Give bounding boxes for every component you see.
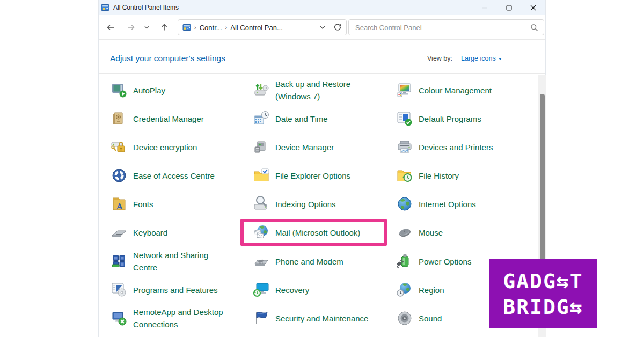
item-label: Internet Options — [419, 198, 476, 210]
item-label: Recovery — [275, 284, 309, 296]
control-panel-item-mail[interactable]: Mail (Microsoft Outlook) — [253, 224, 360, 241]
keyboard-icon — [111, 224, 128, 241]
autoplay-icon — [111, 82, 128, 99]
control-panel-item-keyboard[interactable]: Keyboard — [111, 224, 167, 241]
file-history-icon — [396, 167, 413, 184]
logo-line-2: BRIDG⇆ — [503, 294, 583, 320]
devices-printers-icon — [396, 138, 413, 156]
item-label: Default Programs — [419, 113, 481, 125]
credential-manager-icon — [111, 110, 128, 127]
item-label: Fonts — [133, 198, 153, 210]
security-maintenance-icon — [253, 310, 270, 327]
device-encryption-icon — [111, 138, 128, 156]
remoteapp-icon — [111, 310, 128, 327]
control-panel-item-recovery[interactable]: Recovery — [253, 281, 309, 298]
item-label: Programs and Features — [133, 284, 218, 296]
logo-line-1: GADG⇆T — [503, 268, 583, 294]
control-panel-item-date-time[interactable]: Date and Time — [253, 110, 328, 127]
item-label: Ease of Access Centre — [133, 170, 215, 182]
item-label: Devices and Printers — [419, 141, 493, 153]
colour-management-icon — [396, 82, 413, 99]
item-label: Back up and Restore (Windows 7) — [275, 78, 385, 102]
fonts-icon: A — [111, 195, 128, 213]
gadget-bridge-logo: GADG⇆T BRIDG⇆ — [489, 259, 597, 328]
device-manager-icon — [253, 138, 270, 156]
control-panel-item-power-options[interactable]: Power Options — [396, 253, 471, 270]
programs-features-icon — [111, 281, 128, 298]
control-panel-item-region[interactable]: Region — [396, 281, 444, 298]
control-panel-item-default-programs[interactable]: Default Programs — [396, 110, 481, 127]
control-panel-item-sound[interactable]: Sound — [396, 310, 442, 327]
svg-text:A: A — [116, 202, 123, 211]
ease-of-access-icon — [111, 167, 128, 184]
item-label: RemoteApp and Desktop Connections — [133, 306, 227, 331]
backup-restore-icon — [253, 82, 270, 99]
control-panel-item-backup-restore[interactable]: Back up and Restore (Windows 7) — [253, 78, 385, 102]
power-options-icon — [396, 253, 413, 270]
control-panel-item-indexing-options[interactable]: Indexing Options — [253, 195, 336, 213]
item-label: Sound — [419, 312, 442, 325]
item-label: Network and Sharing Centre — [133, 249, 227, 274]
recovery-icon — [253, 281, 270, 298]
item-label: Security and Maintenance — [275, 312, 368, 325]
control-panel-items-grid: AutoPlayBack up and Restore (Windows 7)C… — [99, 0, 545, 337]
date-time-icon — [253, 110, 270, 127]
item-label: Device Manager — [275, 141, 334, 153]
region-icon — [396, 281, 413, 298]
mail-icon — [253, 224, 270, 241]
item-label: Device encryption — [133, 141, 197, 153]
item-label: Mouse — [419, 226, 443, 239]
control-panel-item-remoteapp[interactable]: RemoteApp and Desktop Connections — [111, 306, 227, 331]
control-panel-item-mouse[interactable]: Mouse — [396, 224, 443, 241]
item-label: Phone and Modem — [275, 255, 343, 268]
item-label: Date and Time — [275, 113, 328, 125]
item-label: Power Options — [419, 255, 471, 268]
mouse-icon — [396, 224, 413, 241]
item-label: Colour Management — [419, 84, 492, 97]
control-panel-item-network-sharing[interactable]: Network and Sharing Centre — [111, 249, 227, 274]
control-panel-item-autoplay[interactable]: AutoPlay — [111, 82, 165, 99]
indexing-options-icon — [253, 195, 270, 213]
control-panel-item-devices-printers[interactable]: Devices and Printers — [396, 138, 493, 156]
control-panel-window: All Control Panel Items — [98, 0, 546, 337]
phone-modem-icon — [253, 253, 270, 270]
item-label: Credential Manager — [133, 113, 204, 125]
control-panel-item-file-explorer-options[interactable]: File Explorer Options — [253, 167, 350, 184]
control-panel-item-programs-features[interactable]: Programs and Features — [111, 281, 218, 298]
item-label: Region — [419, 284, 444, 296]
control-panel-item-device-encryption[interactable]: Device encryption — [111, 138, 197, 156]
control-panel-item-phone-modem[interactable]: Phone and Modem — [253, 253, 343, 270]
screenshot-canvas: All Control Panel Items — [0, 0, 644, 337]
item-label: File Explorer Options — [275, 170, 350, 182]
item-label: Mail (Microsoft Outlook) — [275, 226, 360, 239]
control-panel-item-security-maintenance[interactable]: Security and Maintenance — [253, 310, 368, 327]
control-panel-item-device-manager[interactable]: Device Manager — [253, 138, 334, 156]
control-panel-item-ease-of-access[interactable]: Ease of Access Centre — [111, 167, 215, 184]
control-panel-item-colour-management[interactable]: Colour Management — [396, 82, 492, 99]
control-panel-item-fonts[interactable]: AFonts — [111, 195, 153, 213]
control-panel-item-internet-options[interactable]: Internet Options — [396, 195, 476, 213]
sound-icon — [396, 310, 413, 327]
control-panel-item-credential-manager[interactable]: Credential Manager — [111, 110, 204, 127]
item-label: File History — [419, 170, 459, 182]
default-programs-icon — [396, 110, 413, 127]
control-panel-item-file-history[interactable]: File History — [396, 167, 459, 184]
network-sharing-icon — [111, 253, 128, 270]
file-explorer-options-icon — [253, 167, 270, 184]
item-label: AutoPlay — [133, 84, 165, 97]
item-label: Keyboard — [133, 226, 167, 239]
item-label: Indexing Options — [275, 198, 336, 210]
internet-options-icon — [396, 195, 413, 213]
